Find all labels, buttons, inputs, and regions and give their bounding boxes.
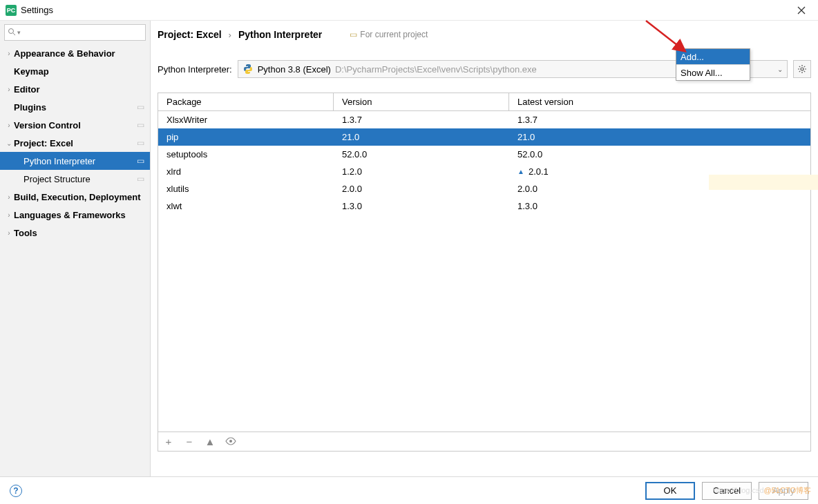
content-panel: Project: Excel › Python Interpreter ▭ Fo… bbox=[151, 21, 818, 476]
close-button[interactable] bbox=[790, 2, 812, 19]
packages-table: Package Version Latest version XlsxWrite… bbox=[158, 93, 811, 452]
expand-arrow-icon: › bbox=[4, 50, 14, 57]
sidebar-item-label: Editor bbox=[14, 84, 150, 95]
cell-version: 2.0.0 bbox=[334, 184, 509, 194]
sidebar-item-version-control[interactable]: ›Version Control▭ bbox=[0, 116, 150, 134]
chevron-down-icon: ⌄ bbox=[777, 66, 783, 73]
sidebar-item-project-excel[interactable]: ⌄Project: Excel▭ bbox=[0, 134, 150, 152]
expand-arrow-icon: › bbox=[4, 229, 14, 237]
expand-arrow-icon: › bbox=[4, 211, 14, 219]
project-scope-icon: ▭ bbox=[137, 138, 144, 148]
cell-package: xlutils bbox=[158, 184, 334, 194]
breadcrumb-separator: › bbox=[229, 30, 231, 40]
footer: ? OK Cancel Apply bbox=[0, 476, 818, 504]
interpreter-gear-button[interactable] bbox=[793, 60, 811, 78]
expand-arrow-icon: › bbox=[4, 122, 14, 129]
menu-item-show-all[interactable]: Show All... bbox=[676, 65, 750, 80]
project-scope-icon: ▭ bbox=[137, 174, 144, 184]
sidebar-item-languages-frameworks[interactable]: ›Languages & Frameworks bbox=[0, 206, 150, 224]
breadcrumb: Project: Excel › Python Interpreter ▭ Fo… bbox=[158, 23, 811, 46]
titlebar: PC Settings bbox=[0, 0, 818, 21]
interpreter-label: Python Interpreter: bbox=[158, 64, 232, 75]
cell-latest: 52.0.0 bbox=[509, 149, 810, 159]
sidebar-item-tools[interactable]: ›Tools bbox=[0, 224, 150, 242]
table-row[interactable]: xlwt1.3.01.3.0 bbox=[158, 197, 810, 215]
search-input[interactable]: ▾ bbox=[4, 24, 146, 41]
sidebar-item-build-execution-deployment[interactable]: ›Build, Execution, Deployment bbox=[0, 188, 150, 206]
cell-latest: 1.3.0 bbox=[509, 201, 810, 211]
close-icon bbox=[797, 6, 806, 14]
help-button[interactable]: ? bbox=[10, 485, 22, 497]
sidebar-item-label: Tools bbox=[14, 228, 150, 238]
cell-package: xlwt bbox=[158, 201, 334, 211]
column-header-version[interactable]: Version bbox=[334, 93, 509, 110]
svg-point-0 bbox=[9, 28, 14, 33]
svg-point-1 bbox=[801, 68, 803, 70]
upgrade-package-button[interactable]: ▲ bbox=[204, 436, 216, 447]
column-header-latest[interactable]: Latest version bbox=[509, 93, 810, 110]
column-header-package[interactable]: Package bbox=[158, 93, 334, 110]
sidebar-item-label: Project Structure bbox=[23, 174, 137, 184]
cell-version: 52.0.0 bbox=[334, 149, 509, 159]
breadcrumb-page: Python Interpreter bbox=[238, 29, 322, 40]
table-row[interactable]: XlsxWriter1.3.71.3.7 bbox=[158, 111, 810, 128]
sidebar-item-label: Appearance & Behavior bbox=[14, 48, 150, 59]
cell-latest: 21.0 bbox=[509, 132, 810, 142]
background-highlight bbox=[709, 175, 818, 190]
upgrade-available-icon: ▲ bbox=[517, 168, 524, 175]
project-scope-icon: ▭ bbox=[350, 30, 357, 39]
interpreter-gear-menu: Add... Show All... bbox=[676, 48, 750, 81]
breadcrumb-note: ▭ For current project bbox=[350, 30, 428, 39]
remove-package-button[interactable]: − bbox=[183, 436, 196, 447]
svg-point-2 bbox=[229, 440, 232, 443]
project-scope-icon: ▭ bbox=[137, 156, 144, 166]
sidebar-item-label: Keymap bbox=[14, 66, 150, 77]
expand-arrow-icon: › bbox=[4, 193, 14, 201]
sidebar-item-keymap[interactable]: Keymap bbox=[0, 62, 150, 80]
cell-version: 1.3.0 bbox=[334, 201, 509, 211]
search-icon bbox=[8, 28, 16, 38]
sidebar: ▾ ›Appearance & BehaviorKeymap›EditorPlu… bbox=[0, 21, 151, 476]
cell-version: 1.3.7 bbox=[334, 115, 509, 125]
project-scope-icon: ▭ bbox=[137, 120, 144, 130]
sidebar-item-label: Plugins bbox=[14, 102, 137, 113]
cell-package: XlsxWriter bbox=[158, 115, 334, 125]
cell-latest: 1.3.7 bbox=[509, 115, 810, 125]
python-icon bbox=[242, 64, 254, 75]
add-package-button[interactable]: + bbox=[162, 436, 175, 447]
sidebar-item-label: Project: Excel bbox=[14, 138, 137, 148]
window-title: Settings bbox=[21, 5, 53, 15]
cell-version: 21.0 bbox=[334, 132, 509, 142]
sidebar-item-label: Languages & Frameworks bbox=[14, 210, 150, 220]
show-early-releases-button[interactable] bbox=[225, 436, 237, 447]
watermark: https://blog.csd@51CTO博客 bbox=[713, 485, 811, 496]
gear-icon bbox=[797, 64, 807, 74]
app-icon: PC bbox=[6, 5, 17, 16]
settings-tree: ›Appearance & BehaviorKeymap›EditorPlugi… bbox=[0, 44, 150, 476]
ok-button[interactable]: OK bbox=[645, 482, 695, 500]
chevron-down-icon: ▾ bbox=[17, 29, 21, 36]
sidebar-item-plugins[interactable]: Plugins▭ bbox=[0, 98, 150, 116]
expand-arrow-icon: › bbox=[4, 86, 14, 93]
sidebar-item-appearance-behavior[interactable]: ›Appearance & Behavior bbox=[0, 44, 150, 62]
cell-package: xlrd bbox=[158, 166, 334, 177]
expand-arrow-icon: ⌄ bbox=[4, 139, 14, 147]
cell-package: pip bbox=[158, 132, 334, 142]
cell-version: 1.2.0 bbox=[334, 166, 509, 177]
sidebar-item-label: Version Control bbox=[14, 120, 137, 130]
packages-toolbar: + − ▲ bbox=[158, 432, 810, 451]
sidebar-item-editor[interactable]: ›Editor bbox=[0, 80, 150, 98]
interpreter-name: Python 3.8 (Excel) bbox=[258, 64, 331, 75]
sidebar-item-python-interpreter[interactable]: Python Interpreter▭ bbox=[0, 152, 150, 170]
eye-icon bbox=[225, 437, 236, 445]
sidebar-item-label: Python Interpreter bbox=[23, 156, 137, 166]
breadcrumb-project: Project: Excel bbox=[158, 29, 222, 40]
project-scope-icon: ▭ bbox=[137, 102, 144, 112]
sidebar-item-project-structure[interactable]: Project Structure▭ bbox=[0, 170, 150, 188]
table-row[interactable]: pip21.021.0 bbox=[158, 128, 810, 146]
table-row[interactable]: setuptools52.0.052.0.0 bbox=[158, 146, 810, 163]
menu-item-add[interactable]: Add... bbox=[676, 49, 750, 64]
cell-package: setuptools bbox=[158, 149, 334, 159]
sidebar-item-label: Build, Execution, Deployment bbox=[14, 192, 150, 202]
